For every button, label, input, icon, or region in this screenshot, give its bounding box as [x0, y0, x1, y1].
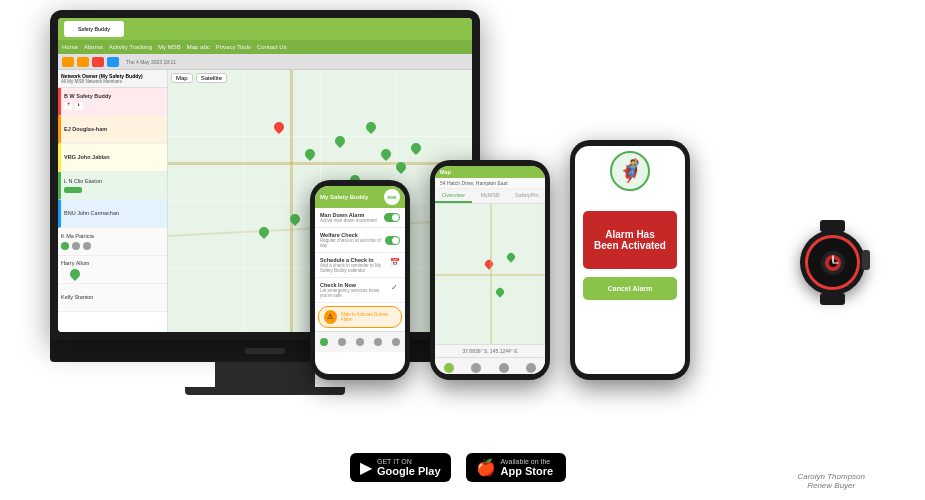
- phone2-nav-alert[interactable]: [497, 361, 511, 374]
- cancel-alarm-button[interactable]: Cancel Alarm: [583, 277, 677, 300]
- member-dot-6c: [83, 242, 91, 250]
- member-name-5: BNU John Carmachan: [64, 210, 119, 217]
- map-tab-btn[interactable]: Map: [171, 73, 193, 83]
- google-play-badge[interactable]: ▶ GET IT ON Google Play: [350, 453, 451, 482]
- member-dot-6b: [72, 242, 80, 250]
- map-road-h: [168, 162, 472, 165]
- member-name-7: Harry Allum: [61, 260, 89, 267]
- nav-settings-icon[interactable]: [389, 335, 403, 349]
- app-store-label-bottom: App Store: [501, 465, 554, 477]
- menu-sub-2: Regular check-in at set time of day: [320, 238, 385, 248]
- phone3-screen: 🦸 Alarm Has Been Activated Cancel Alarm: [575, 146, 685, 374]
- tab-mymsb[interactable]: MyMSB: [472, 189, 509, 203]
- profile-dot: [374, 338, 382, 346]
- phone1-menu-item-4[interactable]: Check In Now Let emergency services know…: [315, 278, 405, 303]
- member-name-1: B W Safety Buddy: [64, 93, 111, 100]
- sidebar: Network Owner (My Safety Buddy) All My M…: [58, 70, 168, 332]
- phone1-menu-item-1[interactable]: Man Down Alarm Active man-down movement: [315, 208, 405, 228]
- phone1-menu-item-2[interactable]: Welfare Check Regular check-in at set ti…: [315, 228, 405, 253]
- satellite-tab-btn[interactable]: Satellite: [196, 73, 227, 83]
- phone2-nav-home[interactable]: [442, 361, 456, 374]
- sidebar-member-3[interactable]: VRG John Jablan: [58, 144, 167, 172]
- map-pin-6: [409, 141, 423, 155]
- toggle-2[interactable]: [385, 236, 400, 245]
- app-nav[interactable]: Home Alarms Activity Tracking My MSB Map…: [58, 40, 472, 54]
- p2-alert-dot: [499, 363, 509, 373]
- download-badges: ▶ GET IT ON Google Play 🍎 Available on t…: [350, 453, 566, 482]
- sidebar-member-1[interactable]: B W Safety Buddy 📍 ℹ: [58, 88, 167, 116]
- nav-map[interactable]: Map abc: [187, 44, 210, 50]
- app-logo: Safety Buddy: [64, 21, 124, 37]
- monitor-stand: [215, 362, 315, 387]
- sidebar-member-2[interactable]: EJ Douglas-ham: [58, 116, 167, 144]
- phone3-character: 🦸: [575, 146, 685, 191]
- map-pin-4: [379, 147, 393, 161]
- phone1-body: My Safety Buddy MSB Man Down Alarm Activ…: [310, 180, 410, 380]
- signature-block: Carolyn Thompson Renew Buyer: [797, 472, 865, 490]
- toggle-1[interactable]: [384, 213, 400, 222]
- phone1-title: My Safety Buddy: [320, 194, 368, 200]
- checkin-icon: ✓: [388, 283, 400, 297]
- nav-alert-icon[interactable]: [353, 335, 367, 349]
- nav-home-icon[interactable]: [317, 335, 331, 349]
- phone2-coords: 37.8836° S, 145.1244° E: [435, 344, 545, 357]
- google-play-icon: ▶: [360, 458, 372, 477]
- toolbar-btn-orange2[interactable]: [77, 57, 89, 67]
- nav-home[interactable]: Home: [62, 44, 78, 50]
- toolbar-btn-orange[interactable]: [62, 57, 74, 67]
- sidebar-member-5[interactable]: BNU John Carmachan: [58, 200, 167, 228]
- phone1-menu-item-3[interactable]: Schedule a Check In Add a check-in remin…: [315, 253, 405, 278]
- sidebar-sub-header: All My MSB Network Members: [61, 79, 164, 84]
- map-grid-v1: [244, 70, 245, 332]
- toolbar-btn-red[interactable]: [92, 57, 104, 67]
- app-header: Safety Buddy: [58, 18, 472, 40]
- tab-overview[interactable]: Overview: [435, 189, 472, 203]
- toolbar-date: Thu 4 May 2023 19:11: [126, 59, 176, 65]
- watch-side-button[interactable]: [862, 250, 870, 270]
- tab-safetypln[interactable]: SafetyPln: [508, 189, 545, 203]
- nav-mymsb[interactable]: My MSB: [158, 44, 181, 50]
- monitor-logo-strip: [245, 348, 285, 354]
- sidebar-member-4[interactable]: L N Clio Easton: [58, 172, 167, 200]
- p2-home-dot: [444, 363, 454, 373]
- menu-sub-4: Let emergency services know you're safe: [320, 288, 388, 298]
- menu-sub-1: Active man-down movement: [320, 218, 377, 223]
- sidebar-member-8[interactable]: Kelly Stanton: [58, 284, 167, 312]
- phone2-nav-settings[interactable]: [524, 361, 538, 374]
- nav-privacy[interactable]: Privacy Tools: [216, 44, 251, 50]
- phone2-tabs[interactable]: Overview MyMSB SafetyPln: [435, 189, 545, 204]
- phone2-pin-red: [483, 258, 494, 269]
- nav-alarms[interactable]: Alarms: [84, 44, 103, 50]
- sidebar-member-6[interactable]: K Ma Patricia: [58, 228, 167, 256]
- alert-dot: [356, 338, 364, 346]
- map-road-v: [290, 70, 293, 332]
- phone1-bottom-nav[interactable]: [315, 331, 405, 352]
- nav-map-icon[interactable]: [335, 335, 349, 349]
- msb-character-icon: 🦸: [610, 151, 650, 191]
- app-store-badge[interactable]: 🍎 Available on the App Store: [466, 453, 566, 482]
- sidebar-member-7[interactable]: Harry Allum: [58, 256, 167, 284]
- toolbar-btn-blue[interactable]: [107, 57, 119, 67]
- phone2-bottom-nav[interactable]: [435, 357, 545, 374]
- app-toolbar: Thu 4 May 2023 19:11: [58, 54, 472, 70]
- phone1-logo: MSB: [384, 189, 400, 205]
- member-name-8: Kelly Stanton: [61, 294, 93, 301]
- phone2-map[interactable]: [435, 204, 545, 344]
- map-controls[interactable]: Map Satellite: [171, 73, 227, 83]
- phone2-road-v: [490, 204, 492, 344]
- member-name-2: EJ Douglas-ham: [64, 126, 107, 133]
- phone2-body: Map 54 Hatch Drive, Hampton East Overvie…: [430, 160, 550, 380]
- logo-text: Safety Buddy: [78, 26, 110, 32]
- nav-contact[interactable]: Contact Us: [257, 44, 287, 50]
- google-play-label-top: GET IT ON: [377, 458, 441, 465]
- app-store-text: Available on the App Store: [501, 458, 554, 477]
- app-store-label-top: Available on the: [501, 458, 554, 465]
- member-name-3: VRG John Jablan: [64, 154, 110, 161]
- map-pin-10: [257, 225, 271, 239]
- nav-profile-icon[interactable]: [371, 335, 385, 349]
- phone2-address: 54 Hatch Drive, Hampton East: [440, 180, 540, 186]
- nav-activity[interactable]: Activity Tracking: [109, 44, 152, 50]
- slide-alarm[interactable]: ⚠ Slide to Activate Duress Alarm: [318, 306, 402, 328]
- phone2-pin-green: [494, 286, 505, 297]
- phone2-nav-map[interactable]: [469, 361, 483, 374]
